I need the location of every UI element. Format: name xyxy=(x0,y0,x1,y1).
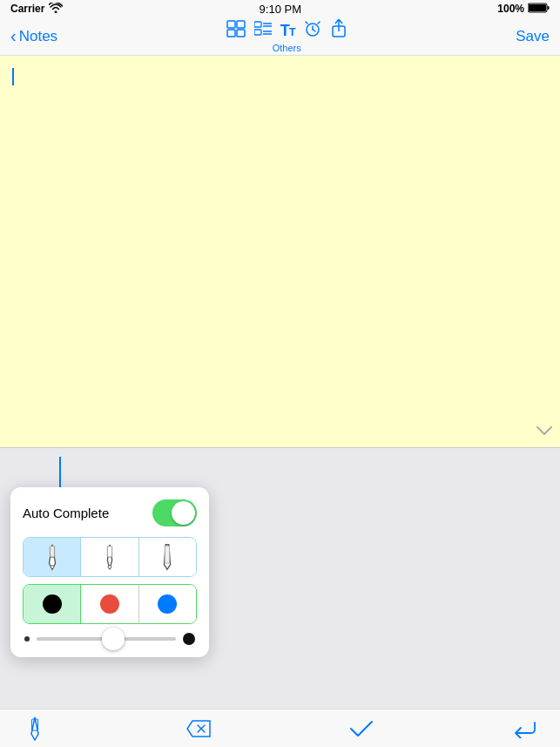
alarm-icon[interactable] xyxy=(304,20,321,42)
pen-tool-2[interactable] xyxy=(81,538,138,576)
svg-rect-7 xyxy=(254,22,261,27)
svg-line-17 xyxy=(318,22,320,24)
status-right: 100% xyxy=(497,3,550,16)
color-blue[interactable] xyxy=(139,585,196,623)
return-toolbar-button[interactable] xyxy=(508,711,543,746)
table-icon[interactable] xyxy=(226,20,246,42)
slider-min-indicator xyxy=(24,636,30,642)
pen-tools-row xyxy=(23,537,197,577)
size-slider-row xyxy=(23,633,197,645)
list-icon[interactable] xyxy=(254,21,272,41)
blue-dot xyxy=(158,594,177,614)
autocomplete-popover: Auto Complete xyxy=(10,487,209,657)
note-area[interactable] xyxy=(0,56,560,448)
svg-rect-5 xyxy=(227,30,235,37)
tools-label: Others xyxy=(273,43,301,53)
black-dot xyxy=(43,594,62,614)
svg-line-15 xyxy=(313,30,315,31)
back-button[interactable]: ‹ Notes xyxy=(10,28,57,45)
status-bar: Carrier 9:10 PM 100% xyxy=(0,0,560,17)
time-display: 9:10 PM xyxy=(260,3,301,16)
color-red[interactable] xyxy=(81,585,138,623)
svg-rect-2 xyxy=(529,4,546,11)
chevron-down-button[interactable] xyxy=(536,422,553,440)
pen-tool-3[interactable] xyxy=(139,538,196,576)
svg-line-16 xyxy=(306,22,307,24)
svg-rect-20 xyxy=(50,547,54,557)
nav-tools: TT xyxy=(226,19,347,43)
bottom-toolbar xyxy=(0,709,560,747)
size-slider[interactable] xyxy=(37,637,176,641)
slider-max-indicator xyxy=(183,633,195,645)
text-size-icon[interactable]: TT xyxy=(280,22,295,40)
svg-rect-22 xyxy=(107,547,111,557)
svg-rect-6 xyxy=(237,30,245,37)
svg-rect-3 xyxy=(227,21,235,28)
svg-point-23 xyxy=(108,566,111,569)
text-cursor xyxy=(12,68,14,85)
bottom-area: Auto Complete xyxy=(0,448,560,709)
svg-rect-4 xyxy=(237,21,245,28)
check-toolbar-button[interactable] xyxy=(344,711,379,746)
svg-rect-1 xyxy=(547,6,549,10)
pen-toolbar-button[interactable] xyxy=(17,711,52,746)
battery-percent: 100% xyxy=(497,3,524,15)
back-label: Notes xyxy=(19,28,57,45)
toggle-knob xyxy=(172,501,195,525)
slider-thumb[interactable] xyxy=(102,628,125,650)
battery-icon xyxy=(528,3,550,16)
color-black[interactable] xyxy=(24,585,81,623)
svg-point-21 xyxy=(51,566,54,569)
wifi-icon xyxy=(49,3,63,16)
nav-center: TT Others xyxy=(226,19,347,53)
delete-toolbar-button[interactable] xyxy=(181,711,216,746)
auto-complete-row: Auto Complete xyxy=(23,499,197,526)
pen-tool-1[interactable] xyxy=(24,538,81,576)
red-dot xyxy=(100,594,119,614)
color-row xyxy=(23,584,197,624)
svg-rect-24 xyxy=(165,547,170,564)
nav-bar: ‹ Notes xyxy=(0,17,560,56)
status-left: Carrier xyxy=(10,3,63,16)
back-chevron-icon: ‹ xyxy=(10,27,17,44)
share-icon[interactable] xyxy=(330,19,347,43)
save-button[interactable]: Save xyxy=(516,28,550,45)
auto-complete-label: Auto Complete xyxy=(23,506,109,520)
svg-rect-8 xyxy=(254,30,261,35)
carrier-label: Carrier xyxy=(10,3,44,15)
auto-complete-toggle[interactable] xyxy=(152,499,197,526)
